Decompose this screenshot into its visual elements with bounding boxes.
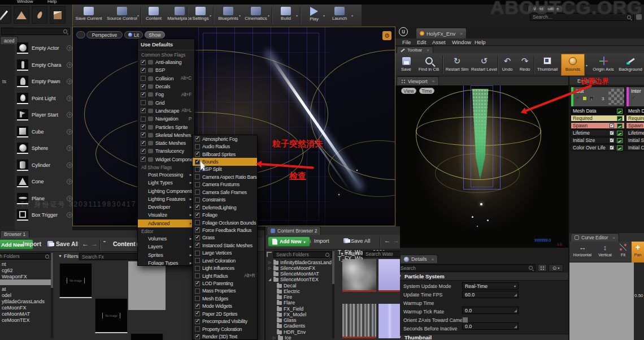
tree-item[interactable]: ceMoonTEX — [2, 317, 51, 323]
show-flag-item[interactable]: Decals — [138, 83, 194, 91]
view-options-eye-icon[interactable]: ⊙▾ — [549, 264, 563, 272]
show-flag-item[interactable]: Anti-aliasing — [138, 58, 194, 66]
chevron-right-icon[interactable]: ▷ — [268, 260, 272, 265]
tree-item[interactable]: ▷Ice — [272, 335, 333, 340]
breadcrumb[interactable]: Content — [113, 240, 136, 247]
module-checkbox[interactable] — [610, 131, 614, 135]
curve-graph-icon[interactable] — [617, 131, 623, 136]
cascade-viewport-canvas[interactable]: View Time 999999.0 1.0 — [397, 85, 568, 248]
save-button[interactable]: Save — [397, 55, 415, 72]
import-button[interactable]: ↓Import — [17, 240, 41, 247]
thumbnail-button[interactable]: Thumbnail — [535, 55, 560, 72]
help-icon[interactable]: ? — [67, 129, 72, 135]
menu-edit[interactable]: Edit — [417, 39, 426, 45]
help-icon[interactable]: ? — [67, 96, 72, 101]
details-search-input[interactable]: Search — [398, 264, 536, 272]
viewport-tab[interactable]: Viewport× — [397, 76, 439, 85]
adv-flag-item[interactable]: Grass — [193, 234, 257, 242]
curve-editor-tab[interactable]: Curve Editor× — [571, 233, 619, 242]
curve-graph-icon[interactable] — [617, 145, 623, 150]
chevron-down-icon[interactable]: ▾ — [210, 14, 211, 18]
help-icon[interactable]: ? — [67, 212, 72, 218]
chevron-down-icon[interactable]: ▾ — [268, 14, 269, 18]
module-initial-size[interactable]: Initial Size — [571, 137, 625, 144]
tree-item[interactable]: Electric — [277, 289, 333, 294]
source-control-button[interactable]: Source Control — [105, 7, 140, 21]
help-icon[interactable]: ? — [67, 79, 72, 84]
adv-flag-item[interactable]: Render (3D) Text — [193, 333, 257, 340]
asset-thumb-holyfx-env[interactable]: No Image — [130, 333, 163, 340]
module-spawn[interactable]: Spawn — [626, 122, 644, 129]
system-update-mode-dropdown[interactable]: Real-Time▾ — [462, 282, 519, 290]
emitter-enable-checkbox[interactable] — [631, 96, 632, 103]
menu-file[interactable]: File — [402, 39, 411, 45]
menu-help[interactable]: Help — [475, 39, 486, 45]
place-mode-icon[interactable] — [0, 6, 11, 24]
back-arrow-icon[interactable]: ← — [82, 240, 89, 248]
adv-flag-item[interactable]: Instanced Static Meshes — [193, 242, 257, 249]
adv-flag-item[interactable]: Billboard Sprites — [193, 150, 257, 158]
settings-button[interactable]: Settings — [190, 7, 211, 21]
warmup-time-field[interactable]: 0.0 — [462, 307, 519, 314]
tree-item[interactable]: yBladeGrassLands — [2, 299, 51, 304]
restart-sim-button[interactable]: Restart Sim — [444, 55, 470, 72]
category-label-fragment[interactable]: ts — [2, 79, 6, 84]
chevron-down-icon[interactable]: ▾ — [296, 14, 298, 18]
import-button[interactable]: ↓Import — [309, 238, 329, 244]
module-required[interactable]: Required — [626, 115, 644, 122]
submenu-item[interactable]: Light Types▸ — [138, 179, 194, 187]
place-search-input[interactable] — [1, 28, 70, 35]
tree-item[interactable]: Fire — [277, 294, 333, 300]
adv-flag-item[interactable]: Camera Frustums — [193, 181, 257, 188]
view-menu-button[interactable]: View — [401, 88, 416, 94]
show-flag-item[interactable]: LandscapeAlt+L — [138, 107, 194, 115]
place-item-sphere[interactable]: Sphere? — [17, 143, 73, 154]
submenu-item[interactable]: Sprites▸ — [138, 251, 194, 259]
adv-flag-item[interactable]: Atmospheric Fog — [193, 135, 257, 143]
solo-icon[interactable]: s — [589, 96, 594, 101]
tree-item[interactable]: HDR_Env — [277, 329, 333, 335]
warmup-tick-rate-field[interactable]: 0.0 — [462, 322, 519, 330]
adv-flag-item[interactable]: Property Coloration — [193, 325, 257, 333]
adv-flag-item[interactable]: Large Vertices — [193, 249, 257, 257]
module-initial-color[interactable]: Initial Color — [626, 144, 644, 151]
chevron-down-icon[interactable]: ▾ — [351, 14, 353, 18]
perspective-button[interactable]: Perspective — [86, 31, 123, 38]
collapse-tree-icon[interactable] — [267, 252, 272, 257]
adv-flag-item[interactable]: Foliage Occlusion Bounds — [193, 219, 257, 226]
texture-asset-thumb[interactable] — [378, 259, 400, 292]
toolbar-tab[interactable]: Toolbar× — [397, 46, 433, 53]
curve-graph-icon[interactable] — [617, 116, 623, 121]
module-checkbox[interactable] — [610, 138, 614, 143]
submenu-item[interactable]: Lighting Components▸ — [138, 187, 194, 195]
scrollbar-thumb[interactable] — [332, 251, 334, 284]
module-lifetime[interactable]: Lifetime — [626, 130, 644, 136]
vertical-fit-button[interactable]: ↕Vertical — [595, 243, 615, 257]
curve-graph-icon[interactable] — [617, 109, 623, 114]
module-checkbox[interactable] — [610, 123, 614, 128]
adv-flag-item[interactable]: Mass Properties — [193, 287, 257, 295]
chevron-down-icon[interactable]: ▾ — [323, 14, 325, 18]
chevron-right-icon[interactable]: ▷ — [272, 335, 276, 340]
tree-item[interactable]: WeaponFX — [2, 274, 51, 279]
help-icon[interactable]: ? — [67, 62, 72, 68]
selected-tree-item[interactable] — [0, 279, 51, 285]
tree-item[interactable]: FX_Field — [277, 306, 333, 312]
menu-help[interactable]: Help — [47, 0, 56, 4]
show-flag-item[interactable]: CollisionAlt+C — [138, 75, 194, 83]
texture-asset-thumb[interactable] — [342, 304, 376, 338]
submenu-item[interactable]: Post Processing▸ — [138, 171, 194, 179]
adv-flag-item[interactable]: Camera Aspect Ratio Bars — [193, 173, 257, 180]
emitter-header[interactable]: Inter — [626, 87, 644, 107]
show-flag-item[interactable]: Particles Sprite — [138, 123, 194, 131]
curve-graph-area[interactable] — [569, 262, 634, 340]
show-flag-item[interactable]: BSP — [138, 66, 194, 74]
adv-flag-item[interactable]: Light RadiusAlt+R — [193, 272, 257, 279]
show-flag-item[interactable]: Translucency — [138, 147, 194, 155]
play-button[interactable]: Play — [304, 7, 324, 21]
cb2-search-folders-input[interactable]: Search Folders — [273, 251, 332, 258]
submenu-item[interactable]: Layers▸ — [138, 243, 194, 251]
save-all-button[interactable]: Save All — [47, 240, 79, 247]
foliage-mode-icon[interactable] — [32, 6, 47, 24]
submenu-item[interactable]: Lighting Features▸ — [138, 195, 194, 203]
